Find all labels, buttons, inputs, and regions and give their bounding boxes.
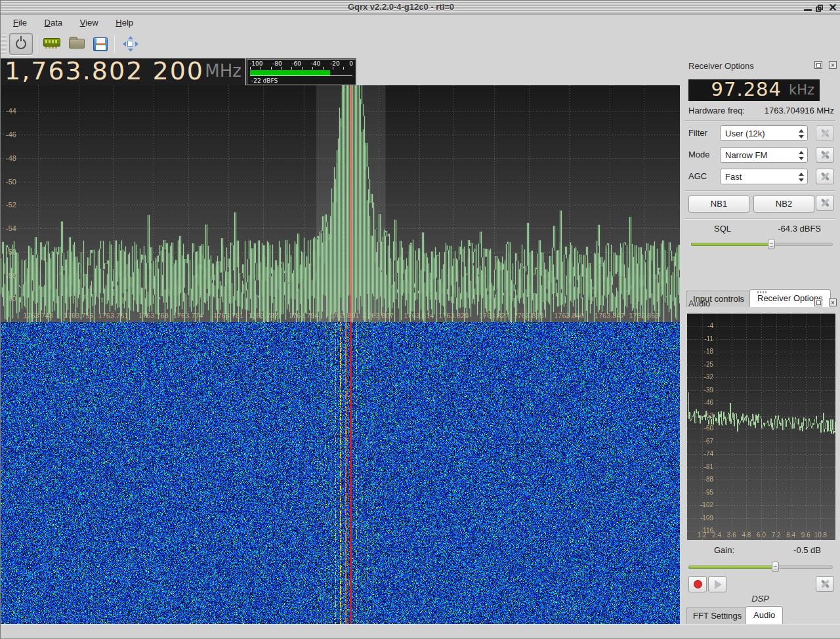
gqrx-window: Gqrx v2.2.0-4-g12c0 - rtl=0 ✕ File Data … — [0, 0, 840, 639]
mode-value: Narrow FM — [725, 150, 767, 160]
audio-fft-canvas[interactable] — [687, 314, 835, 540]
menubar: File Data View Help — [1, 15, 840, 31]
meter-tick: -20 — [330, 60, 340, 67]
pan-arrows-icon — [123, 37, 138, 51]
mode-combo[interactable]: Narrow FM — [720, 147, 808, 163]
hardware-freq-value: 1763.704916 MHz — [765, 106, 834, 115]
spinner-arrows-icon[interactable] — [798, 128, 805, 140]
meter-tickmarks — [250, 67, 352, 70]
menu-data[interactable]: Data — [38, 15, 69, 30]
nb1-button[interactable]: NB1 — [688, 196, 749, 213]
panel-float-icon[interactable] — [814, 61, 822, 69]
filter-options-button[interactable] — [816, 125, 834, 141]
squelch-label: SQL — [714, 224, 731, 234]
offset-unit: kHz — [789, 82, 814, 98]
toolbar-separator — [114, 35, 115, 53]
panel-close-icon[interactable]: × — [829, 61, 837, 69]
signal-level-meter: -100 -80 -60 -40 -20 0 -22 dBFS — [246, 58, 356, 85]
waterfall-canvas[interactable] — [1, 322, 680, 624]
meter-tick: -40 — [311, 60, 321, 67]
play-icon — [715, 580, 722, 589]
tools-icon — [821, 172, 830, 180]
toolbar-drag-handle[interactable] — [2, 33, 6, 54]
panel-close-icon[interactable]: × — [829, 299, 837, 306]
save-settings-button[interactable] — [89, 33, 112, 55]
audio-spectrum-plot[interactable] — [687, 314, 835, 540]
gain-label: Gain: — [714, 545, 734, 555]
filter-label: Filter — [688, 128, 707, 138]
tab-fft-settings[interactable]: FFT Settings — [686, 608, 749, 624]
close-button[interactable]: ✕ — [828, 3, 838, 13]
open-folder-icon — [69, 39, 85, 49]
record-icon — [694, 580, 702, 588]
meter-tick: -80 — [272, 60, 282, 67]
frequency-display[interactable]: 1,763.802 200 MHz — [1, 58, 245, 85]
meter-tick: 0 — [349, 60, 353, 67]
menu-view[interactable]: View — [74, 15, 105, 30]
memory-chip-icon — [43, 38, 60, 47]
squelch-slider[interactable] — [691, 239, 833, 249]
nb-options-button[interactable] — [816, 195, 834, 211]
menu-file[interactable]: File — [7, 15, 33, 30]
minimize-button[interactable] — [803, 3, 813, 13]
meter-level-bar — [250, 70, 330, 75]
agc-combo[interactable]: Fast — [720, 169, 808, 184]
frequency-digits[interactable]: 1,763.802 200 — [5, 58, 204, 85]
audio-panel-title: Audio — [688, 299, 710, 308]
waterfall-plot[interactable] — [1, 322, 680, 624]
offset-frequency-display[interactable]: 97.284 kHz — [688, 79, 820, 101]
toolbar — [1, 31, 840, 57]
spectrum-plot[interactable] — [1, 85, 680, 322]
spinner-arrows-icon[interactable] — [798, 171, 805, 183]
agc-options-button[interactable] — [816, 169, 834, 184]
offset-digits[interactable]: 97.284 — [711, 78, 782, 100]
gain-slider-handle[interactable] — [772, 562, 779, 572]
squelch-slider-handle[interactable] — [768, 239, 775, 249]
meter-tick: -100 — [249, 60, 262, 67]
hardware-freq-label: Hardware freq: — [688, 106, 745, 115]
window-title: Gqrx v2.2.0-4-g12c0 - rtl=0 — [1, 2, 801, 12]
statusbar — [1, 624, 840, 639]
meter-value: -22 dBFS — [251, 77, 355, 84]
power-icon — [16, 39, 26, 49]
titlebar[interactable]: Gqrx v2.2.0-4-g12c0 - rtl=0 ✕ — [1, 1, 840, 15]
splitter-handle[interactable] — [757, 291, 768, 293]
spinner-arrows-icon[interactable] — [798, 150, 805, 161]
mode-options-button[interactable] — [816, 147, 834, 163]
toolbar-separator — [37, 35, 37, 53]
pan-view-button[interactable] — [119, 33, 142, 55]
tools-icon — [821, 129, 830, 137]
tools-icon — [821, 579, 830, 588]
load-settings-button[interactable] — [65, 33, 89, 55]
tab-audio[interactable]: Audio — [746, 606, 783, 624]
dock-panel: Receiver Options × 97.284 kHz Hardware f… — [680, 57, 840, 624]
mode-label: Mode — [688, 150, 710, 159]
audio-record-button[interactable] — [688, 576, 707, 592]
meter-scale: -100 -80 -60 -40 -20 0 — [247, 60, 355, 67]
audio-play-button[interactable] — [708, 576, 726, 592]
audio-options-button[interactable] — [816, 576, 834, 592]
nb2-button[interactable]: NB2 — [753, 196, 814, 213]
tools-icon — [821, 198, 830, 207]
frequency-unit: MHz — [205, 61, 242, 81]
dsp-label: DSP — [680, 594, 840, 604]
device-config-button[interactable] — [40, 33, 64, 55]
menu-help[interactable]: Help — [109, 15, 140, 30]
agc-value: Fast — [725, 172, 742, 182]
spectrum-canvas[interactable] — [1, 85, 680, 322]
gain-slider[interactable] — [688, 562, 833, 572]
filter-combo[interactable]: User (12k) — [720, 125, 808, 141]
floppy-save-icon — [93, 37, 108, 51]
meter-tick: -60 — [291, 60, 301, 67]
maximize-button[interactable] — [814, 3, 825, 13]
gain-value: -0.5 dB — [793, 545, 821, 555]
agc-label: AGC — [688, 171, 707, 181]
squelch-value: -64.3 dBFS — [778, 224, 821, 234]
start-stop-dsp-button[interactable] — [9, 33, 33, 55]
filter-value: User (12k) — [725, 129, 765, 138]
receiver-options-title: Receiver Options — [688, 61, 754, 71]
panel-float-icon[interactable] — [814, 299, 822, 306]
tools-icon — [821, 150, 830, 159]
